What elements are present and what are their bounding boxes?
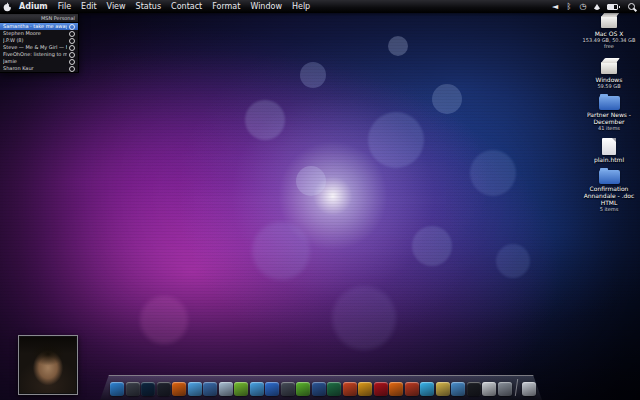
status-bubble-icon [69, 31, 75, 37]
dock-coda[interactable] [296, 382, 310, 396]
contact-name: Stephen Moore [3, 30, 67, 37]
bokeh-light [140, 296, 188, 344]
dock-trash[interactable] [522, 382, 536, 396]
status-bubble-icon [69, 66, 75, 72]
desktop-icon-detail: 41 items [580, 125, 638, 131]
contact-row[interactable]: Sharon Kaur [0, 65, 78, 72]
buddy-list-header[interactable]: MSN Personal [0, 14, 78, 23]
menu-adium[interactable]: Adium [14, 0, 53, 13]
menu-window[interactable]: Window [245, 0, 287, 13]
bokeh-light [296, 166, 326, 196]
desktop-wallpaper [0, 0, 640, 400]
desktop-icon-label: Mac OS X [580, 30, 638, 37]
bokeh-light [412, 226, 452, 266]
dock-firefox[interactable] [172, 382, 186, 396]
desktop-icon-file[interactable]: plain.html [580, 138, 638, 163]
desktop-icon-detail: 153.49 GB, 50.34 GB free [580, 37, 638, 49]
bokeh-light [332, 286, 396, 350]
dock-itunes[interactable] [265, 382, 279, 396]
bokeh-light [388, 36, 408, 56]
dock-excel[interactable] [327, 382, 341, 396]
bokeh-light [368, 112, 424, 168]
desktop-icon-label: Confirmation Annandale - .doc HTML [580, 185, 638, 206]
contact-name: J.P.W (8) [3, 37, 67, 44]
dock-word[interactable] [312, 382, 326, 396]
photo-window[interactable] [18, 335, 78, 395]
contact-row[interactable]: FiveOhOne: listening to music [0, 51, 78, 58]
file-icon [602, 138, 616, 155]
dock-finder[interactable] [110, 382, 124, 396]
status-bubble-icon [69, 59, 75, 65]
desktop-icon-label: Partner News - December [580, 111, 638, 125]
dock-mail[interactable] [219, 382, 233, 396]
bokeh-light [300, 62, 326, 88]
dock-entourage[interactable] [358, 382, 372, 396]
dock-terminal[interactable] [467, 382, 481, 396]
bokeh-light [245, 100, 285, 140]
desktop-icon-folder[interactable]: Partner News - December41 items [580, 96, 638, 131]
desktop-icon-detail: 59.59 GB [580, 83, 638, 89]
dock-powerpoint[interactable] [343, 382, 357, 396]
desktop-icon-detail: 5 items [580, 206, 638, 212]
menu-file[interactable]: File [53, 0, 76, 13]
dock [100, 375, 542, 400]
dock-skype[interactable] [420, 382, 434, 396]
menu-view[interactable]: View [102, 0, 131, 13]
dock-photoshop[interactable] [141, 382, 155, 396]
folder-icon [599, 170, 620, 184]
bluetooth-icon[interactable]: ᛒ [565, 0, 573, 13]
apple-menu[interactable] [0, 2, 14, 12]
dock-adium[interactable] [234, 382, 248, 396]
menu-edit[interactable]: Edit [76, 0, 102, 13]
bokeh-light [432, 84, 462, 114]
desktop-icons: Mac OS X153.49 GB, 50.34 GB freeWindows5… [580, 10, 638, 212]
buddy-list-window[interactable]: MSN Personal Samantha · take me awayStep… [0, 13, 79, 73]
bokeh-light [252, 222, 310, 280]
desktop-icon-label: plain.html [580, 156, 638, 163]
dock-transmit[interactable] [451, 382, 465, 396]
menubar-status-icons: ◄ᛒ◷ [545, 0, 640, 13]
dock-icons [110, 379, 534, 396]
buddy-list-rows: Samantha · take me awayStephen MooreJ.P.… [0, 23, 78, 72]
menu-contact[interactable]: Contact [166, 0, 207, 13]
contact-name: Jamie [3, 58, 67, 65]
clock-icon[interactable]: ◷ [579, 0, 587, 13]
status-bubble-icon [69, 45, 75, 51]
dock-system-preferences[interactable] [498, 382, 512, 396]
dock-bridge[interactable] [157, 382, 171, 396]
dock-toast[interactable] [405, 382, 419, 396]
contact-row[interactable]: Steve — Me & My Girl — Music [0, 44, 78, 51]
contact-row[interactable]: Stephen Moore [0, 30, 78, 37]
menu-items: AdiumFileEditViewStatusContactFormatWind… [14, 0, 315, 13]
contact-row[interactable]: Jamie [0, 58, 78, 65]
desktop-icon-folder[interactable]: Confirmation Annandale - .doc HTML5 item… [580, 170, 638, 212]
wifi-icon[interactable] [593, 0, 601, 13]
dock-ichat[interactable] [250, 382, 264, 396]
dock-cyberduck[interactable] [436, 382, 450, 396]
dock-camino[interactable] [203, 382, 217, 396]
battery-icon[interactable] [607, 0, 620, 13]
dock-safari[interactable] [188, 382, 202, 396]
dock-textedit[interactable] [482, 382, 496, 396]
desktop-icon-drive[interactable]: Windows59.59 GB [580, 56, 638, 89]
status-bubble-icon [69, 38, 75, 44]
dock-acrobat[interactable] [374, 382, 388, 396]
dock-quicktime[interactable] [281, 382, 295, 396]
status-bubble-icon [69, 52, 75, 58]
desktop-icon-drive[interactable]: Mac OS X153.49 GB, 50.34 GB free [580, 10, 638, 49]
menu-bar: AdiumFileEditViewStatusContactFormatWind… [0, 0, 640, 13]
menu-help[interactable]: Help [287, 0, 315, 13]
contact-row[interactable]: J.P.W (8) [0, 37, 78, 44]
dock-vlc[interactable] [389, 382, 403, 396]
menu-status[interactable]: Status [131, 0, 167, 13]
contact-name: Sharon Kaur [3, 65, 67, 72]
drive-icon [598, 56, 620, 75]
bokeh-light [470, 150, 516, 196]
spotlight-icon[interactable] [626, 0, 636, 13]
bokeh-light [496, 244, 530, 278]
menu-format[interactable]: Format [207, 0, 245, 13]
dock-dashboard[interactable] [126, 382, 140, 396]
contact-name: Samantha · take me away [3, 23, 67, 30]
contact-row[interactable]: Samantha · take me away [0, 23, 78, 30]
volume-icon[interactable]: ◄ [551, 0, 559, 13]
